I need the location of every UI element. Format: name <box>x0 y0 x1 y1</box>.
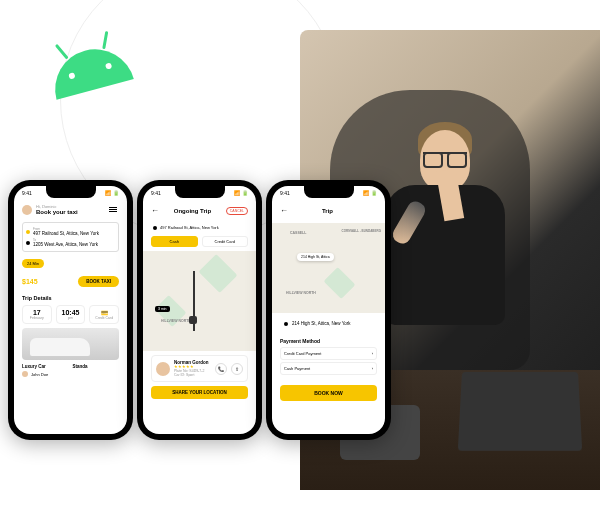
phone-book-taxi: 9:41 📶🔋 Hi, Dominic Book your taxi From … <box>8 180 133 440</box>
map-view[interactable]: CASSELL CORNWALL - BUNDABERG HILLVIEW NO… <box>272 223 385 313</box>
payment-title: Payment Method <box>280 338 377 344</box>
driver-avatar <box>156 362 170 376</box>
book-taxi-button[interactable]: BOOK TAXI <box>78 276 119 287</box>
book-now-button[interactable]: BOOK NOW <box>280 385 377 401</box>
avatar[interactable] <box>22 205 32 215</box>
phone-ongoing-trip: 9:41 📶🔋 ← Ongoing Trip CANCEL 497 Railro… <box>137 180 262 440</box>
trip-details-title: Trip Details <box>14 291 127 305</box>
chevron-right-icon: › <box>372 366 373 371</box>
chevron-right-icon: › <box>372 351 373 356</box>
eta-marker: 3 min <box>155 306 170 312</box>
price-value: $145 <box>22 278 38 285</box>
loc-dot-icon <box>153 226 157 230</box>
card-icon: 💳 <box>93 309 115 316</box>
payment-card[interactable]: 💳 Credit Card <box>89 305 119 324</box>
to-input[interactable]: To 1205 West Ave, Attica, New York <box>26 237 115 248</box>
map-view[interactable]: HILLVIEW NORTH 3 min <box>143 251 256 351</box>
location-inputs: From 497 Railroad St, Attica, New York T… <box>22 222 119 252</box>
tab-cash[interactable]: Cash <box>151 236 198 247</box>
share-location-button[interactable]: SHARE YOUR LOCATION <box>151 386 248 399</box>
date-card[interactable]: 17 February <box>22 305 52 324</box>
status-time: 9:41 <box>22 190 32 196</box>
call-button[interactable]: 📞 <box>215 363 227 375</box>
time-card[interactable]: 10:45 pm <box>56 305 86 324</box>
cancel-button[interactable]: CANCEL <box>226 207 248 215</box>
tab-credit-card[interactable]: Credit Card <box>202 236 249 247</box>
dest-dot-icon <box>284 322 288 326</box>
phone-mockups: 9:41 📶🔋 Hi, Dominic Book your taxi From … <box>8 180 391 440</box>
menu-icon[interactable] <box>109 206 119 213</box>
driver-card: Norman Gordon ★★★★★ Plate No: S4D9-7-2 C… <box>151 355 248 382</box>
back-button[interactable]: ← <box>280 206 288 215</box>
dest-dot-icon <box>26 241 30 245</box>
page-title: Trip <box>294 208 361 214</box>
payment-credit-card[interactable]: Credit Card Payment › <box>280 347 377 360</box>
location-marker: 214 High St, Attica <box>297 253 334 261</box>
share-button[interactable]: ⇪ <box>231 363 243 375</box>
from-input[interactable]: From 497 Railroad St, Attica, New York <box>26 226 115 237</box>
status-icons: 📶🔋 <box>103 190 119 196</box>
destination-input[interactable]: 214 High St, Attica, New York <box>280 317 377 330</box>
trip-location: 497 Railroad St, Attica, New York <box>151 223 248 232</box>
car-option-standard[interactable]: Standa <box>73 364 120 377</box>
back-button[interactable]: ← <box>151 206 159 215</box>
driver-avatar-icon <box>22 371 28 377</box>
page-title: Book your taxi <box>36 209 78 215</box>
payment-cash[interactable]: Cash Payment › <box>280 362 377 375</box>
page-title: Ongoing Trip <box>165 208 220 214</box>
car-marker-icon <box>189 316 197 324</box>
origin-dot-icon <box>26 230 30 234</box>
phone-trip: 9:41 📶🔋 ← Trip CASSELL CORNWALL - BUNDAB… <box>266 180 391 440</box>
car-image <box>22 328 119 360</box>
car-option-luxury[interactable]: Luxury Car John Doe <box>22 364 69 377</box>
time-badge: 24 Min <box>22 259 44 268</box>
